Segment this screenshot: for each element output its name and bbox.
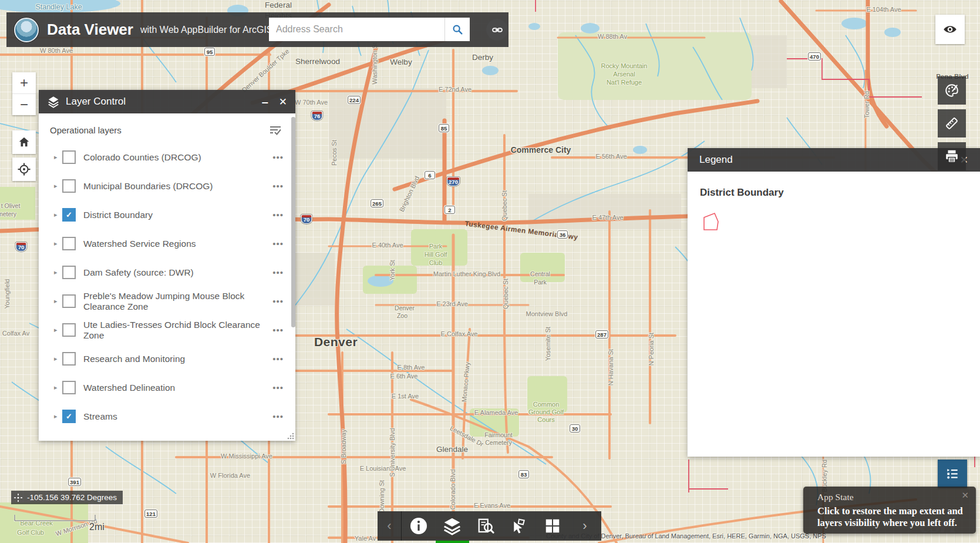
- set-visibility-icon[interactable]: [268, 123, 282, 137]
- coordinate-readout: -105.156 39.762 Degrees: [27, 493, 117, 502]
- layer-checkbox[interactable]: [62, 266, 76, 279]
- app-state-list-button[interactable]: [938, 460, 967, 488]
- layer-menu-button[interactable]: •••: [272, 152, 284, 162]
- layers-icon: [47, 95, 60, 108]
- link-icon: [491, 24, 503, 36]
- close-icon[interactable]: ✕: [961, 490, 969, 501]
- app-subtitle: with Web AppBuilder for ArcGIS: [140, 25, 273, 35]
- coordinate-widget[interactable]: -105.156 39.762 Degrees: [11, 491, 123, 504]
- app-state-title: App State: [817, 492, 854, 502]
- home-icon: [18, 136, 31, 149]
- crosshair-icon: [14, 493, 23, 502]
- layer-label: Watershed Delineation: [83, 383, 272, 393]
- layer-row: ▸ Ute Ladies-Tresses Orchid Block Cleara…: [39, 316, 295, 344]
- layer-menu-button[interactable]: •••: [272, 296, 284, 306]
- layer-label: Preble's Meadow Jumping Mouse Block Clea…: [83, 291, 272, 312]
- overview-map-button[interactable]: [935, 15, 965, 44]
- layer-control-header[interactable]: Layer Control – ✕: [39, 90, 295, 113]
- resize-handle[interactable]: [287, 433, 294, 440]
- home-button[interactable]: [12, 130, 36, 154]
- layer-row: ▸ Municipal Boundaries (DRCOG) •••: [39, 172, 295, 200]
- active-widget-indicator: [436, 541, 469, 543]
- district-boundary-symbol: [702, 212, 722, 232]
- layer-menu-button[interactable]: •••: [272, 354, 284, 364]
- expand-arrow-icon[interactable]: ▸: [54, 413, 62, 420]
- legend-layer-name: District Boundary: [700, 187, 980, 199]
- legend-panel: Legend ✕ District Boundary: [688, 148, 980, 457]
- layer-row: ▸ Colorado Counties (DRCOG) •••: [39, 143, 295, 172]
- measurement-widget-button[interactable]: [938, 109, 966, 138]
- select-cursor-icon: [510, 517, 528, 535]
- panel-title: Layer Control: [66, 96, 262, 108]
- info-widget-button[interactable]: [402, 511, 435, 541]
- expand-arrow-icon[interactable]: ▸: [54, 269, 62, 276]
- draw-widget-button[interactable]: [938, 76, 966, 105]
- expand-arrow-icon[interactable]: ▸: [54, 355, 62, 363]
- app-title: Data Viewer: [47, 21, 133, 39]
- layer-checkbox[interactable]: [62, 150, 76, 164]
- more-widgets-button[interactable]: [536, 511, 569, 541]
- my-location-button[interactable]: [12, 157, 36, 181]
- layer-checkbox[interactable]: [62, 237, 76, 250]
- eye-icon: [942, 22, 958, 37]
- layer-label: District Boundary: [83, 210, 272, 220]
- layer-label: Dam Safety (source: DWR): [83, 267, 272, 278]
- layer-checkbox[interactable]: ✓: [62, 208, 76, 222]
- layer-checkbox[interactable]: [62, 323, 76, 337]
- layer-checkbox[interactable]: [62, 179, 76, 193]
- locate-icon: [17, 162, 31, 176]
- layer-menu-button[interactable]: •••: [272, 383, 284, 393]
- layer-row: ▸ ✓ District Boundary •••: [39, 200, 295, 229]
- zoom-out-button[interactable]: −: [12, 93, 36, 115]
- layer-menu-button[interactable]: •••: [272, 239, 284, 249]
- expand-arrow-icon[interactable]: ▸: [54, 153, 62, 161]
- print-widget-button[interactable]: [938, 142, 966, 170]
- layers-icon: [443, 517, 462, 535]
- expand-arrow-icon[interactable]: ▸: [54, 326, 62, 334]
- layer-checkbox[interactable]: [62, 294, 76, 308]
- app-header: Data Viewer with Web AppBuilder for ArcG…: [6, 12, 508, 47]
- layer-control-widget-button[interactable]: [435, 511, 469, 541]
- layer-checkbox[interactable]: [62, 352, 76, 366]
- toolbar-next-button[interactable]: ›: [569, 518, 601, 534]
- layer-list: ▸ Colorado Counties (DRCOG) ••• ▸ Munici…: [39, 140, 295, 431]
- layer-checkbox[interactable]: [62, 381, 76, 394]
- layer-label: Watershed Service Regions: [83, 239, 272, 249]
- zoom-control: + −: [12, 72, 36, 115]
- search-button[interactable]: [444, 18, 470, 41]
- layer-row: ▸ Dam Safety (source: DWR) •••: [39, 258, 295, 287]
- expand-arrow-icon[interactable]: ▸: [54, 384, 62, 391]
- operational-layers-label: Operational layers: [50, 125, 268, 135]
- layer-menu-button[interactable]: •••: [272, 210, 284, 220]
- layer-label: Ute Ladies-Tresses Orchid Block Clearanc…: [83, 320, 272, 341]
- layer-label: Streams: [83, 411, 272, 422]
- expand-arrow-icon[interactable]: ▸: [54, 297, 62, 305]
- print-icon: [944, 149, 959, 164]
- minimize-icon[interactable]: –: [262, 99, 268, 105]
- layer-menu-button[interactable]: •••: [272, 325, 284, 335]
- expand-arrow-icon[interactable]: ▸: [54, 240, 62, 247]
- close-icon[interactable]: ✕: [279, 96, 287, 108]
- zoom-in-button[interactable]: +: [12, 72, 36, 93]
- share-link-button[interactable]: [486, 19, 508, 41]
- layer-control-panel: Layer Control – ✕ Operational layers ▸ C…: [39, 90, 295, 441]
- attribute-search-widget-button[interactable]: [469, 511, 502, 541]
- legend-list-icon: [945, 466, 960, 481]
- layer-menu-button[interactable]: •••: [272, 181, 284, 191]
- layer-row: ▸ Watershed Delineation •••: [39, 373, 295, 402]
- layer-menu-button[interactable]: •••: [272, 267, 284, 277]
- app-state-popup[interactable]: App State ✕ Click to restore the map ext…: [803, 487, 976, 534]
- layer-checkbox[interactable]: ✓: [62, 410, 76, 423]
- toolbar-previous-button[interactable]: ‹: [378, 518, 401, 534]
- expand-arrow-icon[interactable]: ▸: [54, 211, 62, 219]
- expand-arrow-icon[interactable]: ▸: [54, 182, 62, 190]
- layer-menu-button[interactable]: •••: [272, 411, 284, 421]
- legend-header[interactable]: Legend ✕: [688, 148, 980, 172]
- search-input[interactable]: [269, 18, 444, 41]
- info-icon: [409, 517, 428, 535]
- layer-row: ▸ Preble's Meadow Jumping Mouse Block Cl…: [39, 287, 295, 316]
- scale-label: 2mi: [89, 522, 105, 532]
- panel-title: Legend: [699, 154, 949, 166]
- layer-list-scrollbar[interactable]: [291, 117, 295, 327]
- select-widget-button[interactable]: [502, 511, 536, 541]
